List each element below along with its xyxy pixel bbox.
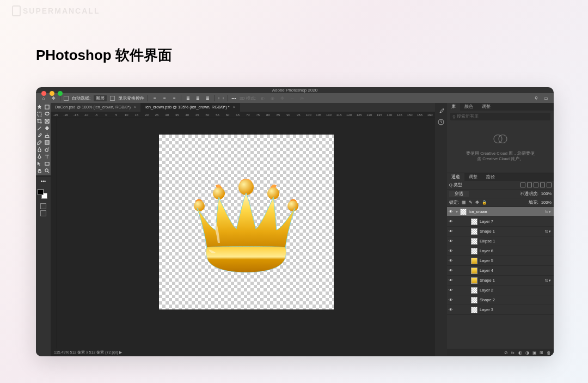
pen-tool[interactable] — [36, 153, 44, 160]
foreground-color-swatch[interactable] — [38, 189, 44, 195]
3d-orbit-icon[interactable]: ◐ — [259, 95, 266, 101]
align-right-icon[interactable]: ≡ — [171, 95, 177, 101]
frame-tool[interactable] — [44, 118, 51, 125]
more-options-button[interactable]: ••• — [231, 96, 236, 101]
layer-effects-badge[interactable]: fx ▾ — [545, 229, 551, 234]
align-left-icon[interactable]: ≡ — [151, 95, 158, 101]
layer-row[interactable]: 👁Layer 3 — [447, 305, 554, 315]
filter-shape-icon[interactable] — [540, 183, 545, 187]
layer-row[interactable]: 👁Shape 1fx ▾ — [447, 276, 554, 285]
home-icon[interactable]: ⌂ — [40, 95, 47, 101]
lock-position-icon[interactable]: ✥ — [475, 200, 479, 205]
maximize-window-button[interactable] — [58, 91, 63, 96]
fill-value[interactable]: 100% — [541, 200, 552, 205]
lock-pixels-icon[interactable]: ✎ — [469, 200, 473, 205]
show-controls-checkbox[interactable] — [110, 96, 115, 101]
layer-thumbnail[interactable] — [471, 287, 477, 294]
path-select-tool[interactable] — [36, 160, 44, 167]
delete-layer-icon[interactable]: 🗑 — [547, 350, 552, 355]
zoom-tool[interactable] — [44, 167, 51, 174]
expand-group-icon[interactable]: ▾ — [456, 209, 458, 214]
layer-name[interactable]: Layer 3 — [480, 307, 553, 312]
layer-row[interactable]: 👁Layer 7 — [447, 217, 554, 227]
layer-thumbnail[interactable] — [471, 297, 477, 303]
visibility-toggle[interactable]: 👁 — [448, 288, 454, 293]
close-tab-icon[interactable]: × — [134, 105, 136, 110]
tab-channels[interactable]: 通道 — [447, 173, 464, 181]
layer-thumbnail[interactable] — [471, 307, 477, 313]
3d-pan-icon[interactable]: ✥ — [279, 95, 285, 101]
layer-name[interactable]: Shape 1 — [480, 278, 543, 283]
eraser-tool[interactable] — [36, 139, 44, 146]
align-top-icon[interactable]: ≣ — [185, 95, 191, 101]
healing-tool[interactable] — [44, 125, 51, 132]
layer-name[interactable]: icn_crown — [469, 209, 543, 214]
layer-thumbnail[interactable] — [471, 218, 477, 225]
canvas-viewport[interactable] — [57, 118, 435, 349]
tab-color[interactable]: 颜色 — [460, 103, 477, 111]
gradient-tool[interactable] — [44, 139, 51, 146]
layer-mask-icon[interactable]: ◐ — [518, 350, 523, 355]
brush-tool[interactable] — [36, 132, 44, 139]
tab-adjust2[interactable]: 调整 — [464, 173, 482, 181]
visibility-toggle[interactable]: 👁 — [448, 258, 454, 263]
shape-tool[interactable] — [44, 160, 51, 167]
screenmode-button[interactable] — [40, 210, 46, 216]
marquee-tool[interactable] — [36, 111, 44, 118]
layer-name[interactable]: Shape 1 — [480, 229, 543, 234]
visibility-toggle[interactable]: 👁 — [448, 307, 454, 312]
new-layer-icon[interactable]: ⊞ — [540, 350, 544, 355]
layer-thumbnail[interactable] — [460, 209, 467, 215]
layer-name[interactable]: Layer 7 — [480, 219, 553, 224]
visibility-toggle[interactable]: 👁 — [448, 248, 454, 253]
close-tab-icon[interactable]: × — [233, 105, 235, 110]
tab-library[interactable]: 库 — [447, 103, 460, 111]
hand-tool[interactable] — [36, 167, 44, 174]
color-swatches[interactable] — [38, 189, 47, 199]
quickmask-button[interactable] — [40, 203, 46, 209]
move-tool-icon[interactable]: ✥ — [50, 95, 57, 101]
close-window-button[interactable] — [41, 91, 46, 96]
layer-row[interactable]: 👁Shape 2 — [447, 295, 554, 305]
3d-roll-icon[interactable]: ◉ — [269, 95, 275, 101]
visibility-toggle[interactable]: 👁 — [448, 278, 454, 283]
group-layers-icon[interactable]: ▣ — [532, 350, 537, 355]
adjustment-layer-icon[interactable]: ◑ — [525, 350, 530, 355]
filter-type-icon[interactable] — [534, 183, 538, 187]
layer-thumbnail[interactable] — [471, 248, 477, 254]
layer-name[interactable]: Layer 4 — [480, 268, 553, 273]
lock-all-icon[interactable]: 🔒 — [482, 200, 487, 205]
stamp-tool[interactable] — [44, 132, 51, 139]
visibility-toggle[interactable]: 👁 — [448, 209, 454, 214]
blend-mode-select[interactable]: 穿透 — [449, 191, 469, 197]
filter-adjustment-icon[interactable] — [527, 183, 532, 187]
layer-name[interactable]: Layer 5 — [480, 258, 553, 263]
tab-adjust[interactable]: 调整 — [477, 103, 495, 111]
lasso-tool[interactable] — [44, 111, 51, 118]
layer-style-icon[interactable]: fx — [511, 350, 516, 355]
layer-row[interactable]: 👁Ellipse 1 — [447, 236, 554, 246]
minimize-window-button[interactable] — [50, 91, 54, 96]
align-center-icon[interactable]: ≡ — [161, 95, 168, 101]
opacity-value[interactable]: 100% — [541, 191, 552, 196]
layer-row[interactable]: 👁Layer 4 — [447, 266, 554, 276]
align-bottom-icon[interactable]: ≣ — [204, 95, 211, 101]
layer-thumbnail[interactable] — [471, 258, 477, 264]
blur-tool[interactable] — [36, 146, 44, 153]
eyedropper-tool[interactable] — [36, 125, 44, 132]
move-tool[interactable] — [36, 104, 44, 111]
filter-pixel-icon[interactable] — [520, 183, 525, 187]
dodge-tool[interactable] — [44, 146, 51, 153]
layer-name[interactable]: Layer 2 — [480, 288, 553, 293]
layer-thumbnail[interactable] — [471, 268, 477, 274]
layer-row[interactable]: 👁Layer 6 — [447, 246, 554, 256]
visibility-toggle[interactable]: 👁 — [448, 268, 454, 273]
align-middle-icon[interactable]: ≣ — [194, 95, 201, 101]
layer-effects-badge[interactable]: fx ▾ — [545, 278, 551, 283]
visibility-toggle[interactable]: 👁 — [448, 239, 454, 244]
lock-transparency-icon[interactable]: ▦ — [462, 200, 466, 205]
type-tool[interactable] — [44, 153, 51, 160]
layer-effects-badge[interactable]: fx ▾ — [545, 210, 551, 214]
crop-tool[interactable] — [36, 118, 44, 125]
workspace-icon[interactable]: ▭ — [543, 95, 549, 101]
